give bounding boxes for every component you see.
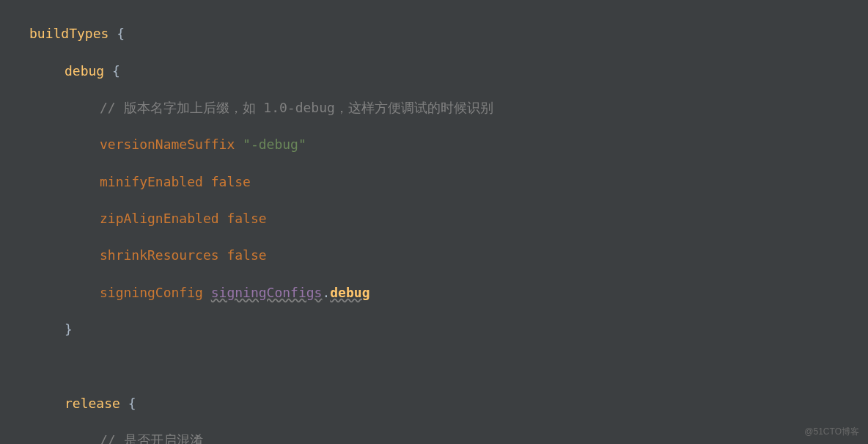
code-line: buildTypes { [29, 24, 868, 43]
string: "-debug" [243, 137, 306, 152]
reference: signingConfigs [211, 285, 323, 300]
brace: { [104, 63, 120, 79]
code-line: } [29, 320, 868, 338]
keyword: buildTypes [29, 26, 108, 41]
comment: // 是否开启混淆 [100, 432, 203, 444]
keyword: debug [65, 63, 104, 79]
brace: { [108, 26, 125, 41]
dot: . [322, 285, 330, 300]
brace: } [65, 321, 73, 337]
member: debug [330, 285, 369, 300]
property: minifyEnabled [100, 174, 211, 189]
code-editor[interactable]: buildTypes { debug { // 版本名字加上后缀，如 1.0-d… [0, 6, 868, 444]
code-line: signingConfig signingConfigs.debug [29, 283, 868, 302]
code-line: zipAlignEnabled false [29, 209, 868, 228]
boolean: false [227, 247, 266, 263]
boolean: false [227, 211, 266, 226]
comment: // 版本名字加上后缀，如 1.0-debug，这样方便调试的时候识别 [100, 100, 493, 115]
property: zipAlignEnabled [100, 211, 227, 226]
property: versionNameSuffix [100, 137, 243, 152]
code-line [29, 357, 868, 376]
boolean: false [211, 174, 251, 189]
watermark-text: @51CTO博客 [804, 426, 859, 438]
brace: { [120, 396, 136, 411]
code-line: debug { [29, 62, 868, 80]
code-line: minifyEnabled false [29, 172, 868, 191]
code-line: // 是否开启混淆 [29, 431, 868, 444]
code-line: // 版本名字加上后缀，如 1.0-debug，这样方便调试的时候识别 [29, 98, 868, 117]
property: signingConfig [100, 285, 211, 300]
property: shrinkResources [100, 247, 227, 263]
code-line: versionNameSuffix "-debug" [29, 135, 868, 153]
keyword: release [65, 396, 120, 411]
code-line: release { [29, 394, 868, 412]
code-line: shrinkResources false [29, 246, 868, 264]
